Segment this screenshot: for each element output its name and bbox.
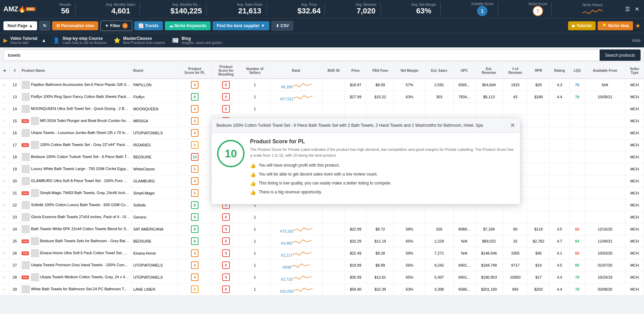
tutorial-item-masterclasses[interactable]: ⭐ MasterClasses Best Practices from expe… bbox=[114, 36, 165, 45]
pl-score-box[interactable]: 8 bbox=[191, 93, 199, 101]
niche-keywords-button[interactable]: ☁ Niche Keywords bbox=[165, 21, 211, 30]
star-icon[interactable]: ☆ bbox=[3, 251, 6, 255]
th-pl-score[interactable]: ProductScore for PL bbox=[177, 63, 212, 79]
pl-score-box[interactable]: 4 bbox=[191, 177, 199, 185]
resell-score-box[interactable]: 0 bbox=[222, 261, 230, 269]
cell-resell-score[interactable]: 0 bbox=[212, 211, 240, 223]
resell-score-box[interactable]: 0 bbox=[222, 213, 230, 221]
cell-pl-score[interactable]: 5 bbox=[177, 163, 212, 175]
pl-score-box[interactable]: 8 bbox=[191, 237, 199, 245]
niche-score-circle[interactable]: 7 bbox=[533, 6, 543, 16]
tutorial-button[interactable]: ▶ Tutorial bbox=[568, 21, 596, 30]
tutorial-item-blog[interactable]: 📰 Blog Insights, cases and guides bbox=[172, 36, 222, 45]
favorite-button[interactable]: ★ bbox=[635, 21, 641, 30]
pl-score-box[interactable]: 6 bbox=[191, 285, 199, 293]
resell-score-box[interactable]: 0 bbox=[222, 249, 230, 257]
cell-pl-score[interactable]: 4 bbox=[177, 271, 212, 283]
resell-score-box[interactable]: 0 bbox=[222, 105, 230, 113]
cell-resell-score[interactable]: 0 bbox=[212, 259, 240, 271]
cell-pl-score[interactable]: 4 bbox=[177, 79, 212, 91]
cell-pl-score[interactable]: 8 bbox=[177, 235, 212, 247]
star-icon[interactable]: ☆ bbox=[3, 155, 6, 159]
cell-pl-score[interactable]: 9 bbox=[177, 211, 212, 223]
star-icon[interactable]: ☆ bbox=[3, 203, 6, 207]
star-icon[interactable]: ☆ bbox=[3, 263, 6, 267]
pl-score-box[interactable]: 8 bbox=[191, 201, 199, 209]
cell-pl-score[interactable]: 6 bbox=[177, 283, 212, 295]
star-icon[interactable]: ☆ bbox=[3, 239, 6, 243]
collapse-tutorial-icon[interactable]: ▲ bbox=[42, 38, 46, 43]
cell-resell-score[interactable]: 0 bbox=[212, 79, 240, 91]
pl-score-box[interactable]: 5 bbox=[191, 165, 199, 173]
hide-banner-button[interactable]: Hide bbox=[632, 38, 641, 43]
resell-score-box[interactable]: 0 bbox=[222, 225, 230, 233]
star-icon[interactable]: ☆ bbox=[3, 179, 6, 183]
star-icon[interactable]: ☆ bbox=[3, 287, 6, 291]
pl-score-box[interactable]: 5 bbox=[191, 189, 199, 197]
cell-resell-score[interactable]: 0 bbox=[212, 283, 240, 295]
pl-score-box[interactable]: 8 bbox=[191, 225, 199, 233]
pl-score-box[interactable]: 10 bbox=[191, 153, 199, 161]
pl-score-box[interactable]: 4 bbox=[191, 105, 199, 113]
star-icon[interactable]: ☆ bbox=[3, 83, 6, 87]
star-icon[interactable]: ☆ bbox=[3, 107, 6, 111]
resell-score-box[interactable]: 0 bbox=[222, 273, 230, 281]
cell-pl-score[interactable]: 4 bbox=[177, 115, 212, 127]
niche-idea-button[interactable]: 💡 Niche Idea bbox=[598, 21, 633, 30]
cell-pl-score[interactable]: 4 bbox=[177, 175, 212, 187]
star-icon[interactable]: ☆ bbox=[3, 275, 6, 279]
pl-score-box[interactable]: 9 bbox=[191, 213, 199, 221]
niche-history[interactable]: Niche History bbox=[578, 3, 607, 15]
pl-score-box[interactable]: 4 bbox=[191, 117, 199, 125]
th-resell-score[interactable]: ProductScore forReselling bbox=[212, 63, 240, 79]
cell-pl-score[interactable]: 8 bbox=[177, 199, 212, 211]
star-icon[interactable]: ☆ bbox=[3, 215, 6, 219]
star-icon[interactable]: ☆ bbox=[3, 131, 6, 135]
resell-score-box[interactable]: 0 bbox=[222, 285, 230, 293]
filter-button[interactable]: ▼ Filter 1 bbox=[100, 21, 132, 31]
csv-button[interactable]: ⬇ CSV bbox=[271, 21, 294, 31]
next-page-button[interactable]: Next Page ▲ bbox=[3, 21, 37, 30]
cell-resell-score[interactable]: 0 bbox=[212, 103, 240, 115]
cell-resell-score[interactable]: 0 bbox=[212, 235, 240, 247]
cell-resell-score[interactable]: 0 bbox=[212, 91, 240, 103]
pl-score-box[interactable]: 4 bbox=[191, 261, 199, 269]
cell-pl-score[interactable]: 4 bbox=[177, 127, 212, 139]
resell-score-box[interactable]: 0 bbox=[222, 237, 230, 245]
pl-score-box[interactable]: 4 bbox=[191, 81, 199, 89]
personalize-view-button[interactable]: ⊟ Personalize view bbox=[52, 21, 98, 30]
cell-pl-score[interactable]: 5 bbox=[177, 187, 212, 199]
trends-button[interactable]: 📈 Trends bbox=[134, 21, 162, 30]
cell-pl-score[interactable]: 4 bbox=[177, 247, 212, 259]
cell-resell-score[interactable]: 0 bbox=[212, 223, 240, 235]
menu-icon[interactable]: ☰ bbox=[624, 4, 631, 14]
pl-score-box[interactable]: 4 bbox=[191, 273, 199, 281]
refresh-button[interactable]: ↻ bbox=[39, 21, 50, 31]
visibility-score-circle[interactable]: 1 bbox=[477, 6, 487, 16]
cell-resell-score[interactable]: 0 bbox=[212, 271, 240, 283]
star-icon[interactable]: ☆ bbox=[3, 167, 6, 171]
star-icon[interactable]: ☆ bbox=[3, 227, 6, 231]
close-icon[interactable]: ✕ bbox=[633, 4, 641, 14]
resell-score-box[interactable]: 0 bbox=[222, 81, 230, 89]
star-icon[interactable]: ☆ bbox=[3, 95, 6, 99]
tutorial-item-course[interactable]: 👤 Step-by-step Course Learn how to sell … bbox=[53, 36, 106, 45]
search-button[interactable]: Search products bbox=[600, 49, 641, 61]
star-icon[interactable]: ☆ bbox=[3, 119, 6, 123]
star-icon[interactable]: ☆ bbox=[3, 143, 6, 147]
cell-pl-score[interactable]: 4 bbox=[177, 103, 212, 115]
cell-pl-score[interactable]: 6 bbox=[177, 139, 212, 151]
cell-pl-score[interactable]: 8 bbox=[177, 91, 212, 103]
cell-pl-score[interactable]: 4 bbox=[177, 259, 212, 271]
pl-score-box[interactable]: 4 bbox=[191, 129, 199, 137]
cell-resell-score[interactable]: 0 bbox=[212, 247, 240, 259]
resell-score-box[interactable]: 0 bbox=[222, 93, 230, 101]
tutorial-item-video[interactable]: ▶ Video Tutorial How to start ▲ bbox=[3, 36, 46, 45]
pl-score-box[interactable]: 6 bbox=[191, 141, 199, 149]
search-input[interactable] bbox=[3, 49, 600, 61]
find-supplier-button[interactable]: Find the best supplier ▼ bbox=[213, 21, 269, 30]
cell-pl-score[interactable]: 8 bbox=[177, 223, 212, 235]
close-popup-button[interactable]: ✕ bbox=[510, 122, 515, 129]
star-icon[interactable]: ☆ bbox=[3, 191, 6, 195]
pl-score-box[interactable]: 4 bbox=[191, 249, 199, 257]
